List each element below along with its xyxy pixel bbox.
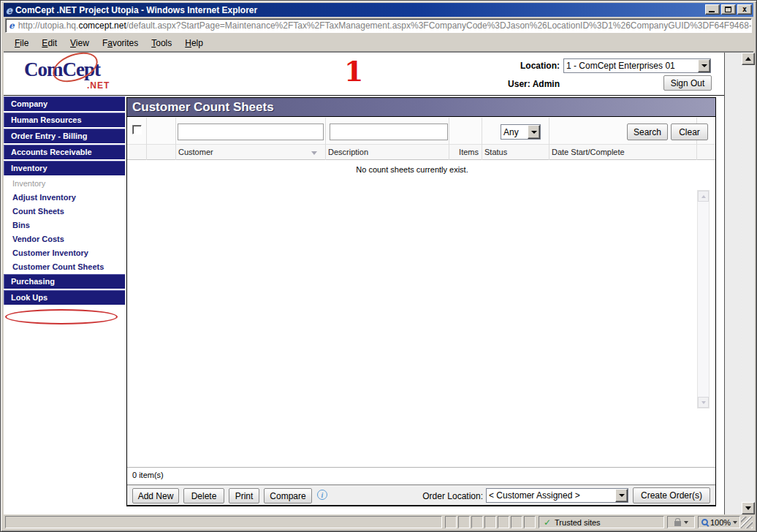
bottom-toolbar: Add New Delete Print Compare i Order Loc… <box>127 484 715 505</box>
create-orders-button[interactable]: Create Order(s) <box>633 487 710 503</box>
security-zone-pane: ✓ Trusted sites <box>539 516 664 528</box>
item-count: 0 item(s) <box>132 471 164 479</box>
location-select[interactable]: 1 - ComCept Enterprises 01 <box>563 58 711 73</box>
sidebar-item-look-ups[interactable]: Look Ups <box>4 290 125 305</box>
trusted-sites-label: Trusted sites <box>555 518 601 527</box>
menu-file[interactable]: File <box>8 36 35 50</box>
compare-button[interactable]: Compare <box>264 488 312 503</box>
sidebar-subitem-bins[interactable]: Bins <box>4 218 125 232</box>
column-separator <box>549 118 549 160</box>
sidebar-item-human-resources[interactable]: Human Resources <box>4 113 125 127</box>
scrollbar-up-icon[interactable] <box>742 53 755 65</box>
sidebar-subitem-customer-count-sheets[interactable]: Customer Count Sheets <box>4 260 125 274</box>
menu-favorites[interactable]: Favorites <box>96 36 145 50</box>
description-filter-input[interactable] <box>330 123 448 140</box>
sidebar-item-purchasing[interactable]: Purchasing <box>4 274 125 289</box>
location-label: Location: <box>468 61 560 71</box>
address-bar: e http://utopia.hq.comcept.net/default.a… <box>4 18 753 34</box>
menu-view[interactable]: View <box>64 36 96 50</box>
page-gutter <box>724 53 742 514</box>
window-scrollbar[interactable] <box>742 53 755 514</box>
url-domain: comcept.net <box>78 20 126 31</box>
url-prefix: http://utopia.hq. <box>18 20 79 31</box>
trusted-check-icon: ✓ <box>544 517 551 528</box>
search-button[interactable]: Search <box>627 123 668 140</box>
zoom-pane[interactable]: 100% <box>698 516 740 528</box>
select-all-checkbox[interactable] <box>132 125 142 134</box>
content-panel: Customer Count Sheets Any Search Clear C… <box>126 97 716 506</box>
scroll-up-icon[interactable] <box>698 191 709 202</box>
column-header-date[interactable]: Date Start/Complete <box>552 148 625 156</box>
sidebar-nav: Company Human Resources Order Entry - Bi… <box>4 96 125 306</box>
location-value: 1 - ComCept Enterprises 01 <box>564 61 698 71</box>
title-bar[interactable]: e ComCept .NET Project Utopia - Windows … <box>4 3 753 17</box>
column-separator <box>325 118 326 160</box>
customer-filter-input[interactable] <box>178 123 324 140</box>
status-pane <box>484 516 496 528</box>
sidebar-subitem-vendor-costs[interactable]: Vendor Costs <box>4 232 125 246</box>
scrollbar-down-icon[interactable] <box>742 502 755 514</box>
menu-help[interactable]: Help <box>178 36 210 50</box>
sidebar-item-accounts-receivable[interactable]: Accounts Receivable <box>4 145 125 159</box>
sidebar-item-inventory[interactable]: Inventory <box>4 161 125 175</box>
clear-button[interactable]: Clear <box>671 123 708 140</box>
protected-mode-pane[interactable] <box>667 516 695 528</box>
column-header-items[interactable]: Items <box>449 148 479 156</box>
annotation-ellipse <box>5 309 118 324</box>
logo-net-label: .NET <box>87 80 110 91</box>
menu-bar: File Edit View Favorites Tools Help <box>4 34 753 52</box>
sort-descending-icon <box>311 151 317 155</box>
column-separator <box>175 118 176 160</box>
column-header-customer[interactable]: Customer <box>178 148 213 156</box>
url-text: http://utopia.hq.comcept.net/default.asp… <box>18 20 752 31</box>
sidebar-subitem-customer-inventory[interactable]: Customer Inventory <box>4 246 125 260</box>
sidebar-item-order-entry-billing[interactable]: Order Entry - Billing <box>4 129 125 143</box>
page-header: ComCept .NET 1 Location: 1 - ComCept Ent… <box>4 53 724 96</box>
menu-tools[interactable]: Tools <box>145 36 178 50</box>
delete-button[interactable]: Delete <box>183 488 224 503</box>
zoom-level: 100% <box>710 518 731 527</box>
sidebar-subitem-adjust-inventory[interactable]: Adjust Inventory <box>4 191 125 205</box>
order-location-select[interactable]: < Customer Assigned > <box>486 488 628 503</box>
status-pane <box>524 516 536 528</box>
location-dropdown-icon[interactable] <box>698 59 710 72</box>
address-input[interactable]: e http://utopia.hq.comcept.net/default.a… <box>5 18 752 33</box>
sidebar-subitem-inventory: Inventory <box>4 177 125 191</box>
print-button[interactable]: Print <box>229 488 259 503</box>
minimize-button[interactable] <box>705 4 720 15</box>
order-location-dropdown-icon[interactable] <box>615 489 628 502</box>
scroll-down-icon[interactable] <box>698 397 709 408</box>
browser-viewport: ComCept .NET 1 Location: 1 - ComCept Ent… <box>4 52 753 514</box>
status-filter-select[interactable]: Any <box>501 124 541 140</box>
status-pane <box>445 516 457 528</box>
minimize-icon <box>709 11 715 12</box>
status-dropdown-icon[interactable] <box>528 125 540 139</box>
maximize-button[interactable] <box>721 4 736 15</box>
divider <box>127 467 715 468</box>
status-pane <box>471 516 483 528</box>
list-scrollbar[interactable] <box>697 190 710 408</box>
column-header-description[interactable]: Description <box>328 148 368 156</box>
zone-dropdown-icon <box>684 521 688 524</box>
close-button[interactable]: x <box>737 4 752 15</box>
status-filter-value: Any <box>501 127 528 137</box>
sidebar-subitem-count-sheets[interactable]: Count Sheets <box>4 205 125 218</box>
status-pane <box>498 516 509 528</box>
status-pane <box>458 516 470 528</box>
empty-message: No count sheets currently exist. <box>127 165 697 174</box>
status-pane-main <box>5 516 442 528</box>
status-pane <box>511 516 522 528</box>
sign-out-button[interactable]: Sign Out <box>663 75 712 91</box>
add-new-button[interactable]: Add New <box>132 488 179 503</box>
menu-edit[interactable]: Edit <box>35 36 64 50</box>
zoom-dropdown-icon <box>733 521 737 524</box>
resize-grip[interactable] <box>741 517 753 528</box>
annotation-callout-1: 1 <box>344 58 363 85</box>
magnifier-icon <box>701 519 708 525</box>
status-bar: ✓ Trusted sites 100% <box>4 514 753 529</box>
browser-window: e ComCept .NET Project Utopia - Windows … <box>0 0 757 532</box>
column-separator <box>482 118 482 160</box>
info-icon[interactable]: i <box>317 490 327 500</box>
column-header-status[interactable]: Status <box>484 148 507 156</box>
sidebar-item-company[interactable]: Company <box>4 96 125 111</box>
